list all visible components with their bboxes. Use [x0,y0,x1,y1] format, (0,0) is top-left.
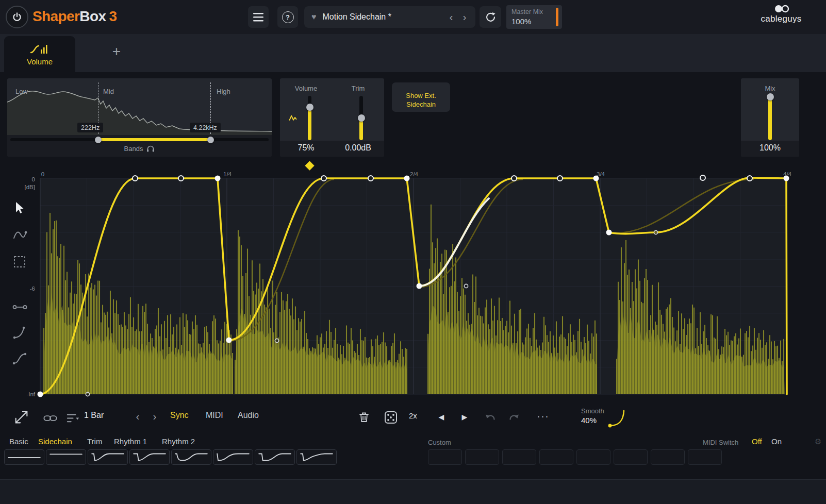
pattern-menu-button[interactable] [65,410,80,426]
more-options-button[interactable]: ··· [535,408,551,424]
flat-low-icon [5,450,44,464]
headphones-icon[interactable] [146,145,155,153]
preset-category-sidechain[interactable]: Sidechain [38,437,72,446]
preset-next-button[interactable]: › [458,9,471,25]
wave-preset-duck-f-button[interactable] [296,449,337,465]
band-label-mid: Mid [103,88,114,95]
favorite-heart-icon[interactable]: ♥ [311,12,317,22]
lfo-position-diamond[interactable] [305,161,314,170]
menu-button[interactable] [248,6,269,28]
wave-preset-duck-a-button[interactable] [88,449,128,465]
loop-length-value[interactable]: 1 Bar [84,411,104,420]
preset-name: Motion Sidechain * [323,12,445,22]
preset-selector[interactable]: ♥ Motion Sidechain * ‹ › [304,6,475,28]
power-button[interactable] [6,6,28,28]
preset-category-basic[interactable]: Basic [9,437,28,446]
curve-point[interactable] [368,176,373,181]
custom-slot-8[interactable] [688,449,722,465]
curve-point[interactable] [511,176,517,181]
midi-switch-on[interactable]: On [771,437,782,446]
wave-preset-duck-d-button[interactable] [213,449,253,465]
curve-point[interactable] [86,392,89,396]
curve-point[interactable] [133,176,138,181]
nudge-right-button[interactable]: ▶ [459,411,470,423]
add-shaper-button[interactable]: + [106,41,127,62]
length-next-button[interactable]: › [149,409,160,424]
length-prev-button[interactable]: ‹ [132,409,143,424]
crossover-freq-mid-high: 4.22kHz [190,123,221,132]
tool-draw-button[interactable] [9,225,30,245]
band-handle-low-mid[interactable] [95,137,102,143]
curve-point[interactable] [38,392,43,397]
master-mix-control[interactable]: Master Mix 100% [506,5,562,29]
curve-point[interactable] [464,284,468,288]
pattern-steps-icon [65,411,80,426]
custom-slot-3[interactable] [502,449,536,465]
lfo-curve-plot[interactable] [0,170,826,408]
custom-slot-4[interactable] [539,449,573,465]
smooth-value[interactable]: 40% [581,416,597,425]
midi-switch-off[interactable]: Off [752,437,762,446]
curve-point[interactable] [557,176,563,181]
wave-preset-flat-high-button[interactable] [46,449,86,465]
help-button[interactable]: ? [277,6,298,28]
lfo-mod-icon [289,114,297,121]
mix-slider-track[interactable] [768,96,772,140]
curve-point[interactable] [226,338,232,343]
wave-preset-duck-b-button[interactable] [129,449,170,465]
custom-slot-5[interactable] [576,449,610,465]
wave-preset-duck-e-button[interactable] [255,449,295,465]
curve-point[interactable] [275,339,278,342]
reload-preset-button[interactable] [480,6,501,28]
preset-prev-button[interactable]: ‹ [444,9,458,25]
wave-preset-flat-low-button[interactable] [4,449,44,465]
custom-slot-7[interactable] [651,449,685,465]
volume-slider-track[interactable] [308,96,311,140]
bands-control[interactable]: Bands [7,145,272,153]
show-ext-sidechain-button[interactable]: Show Ext. Sidechain [392,82,450,112]
tab-volume[interactable]: Volume [4,36,75,72]
tool-cursor-button[interactable] [9,198,30,219]
nudge-left-button[interactable]: ◀ [436,411,447,423]
band-slider-track[interactable] [10,138,269,141]
expand-editor-button[interactable] [12,408,31,427]
curve-point[interactable] [417,283,422,289]
volume-slider-handle[interactable] [306,104,313,111]
cableguys-logo: cableguys [751,4,812,24]
curve-point[interactable] [747,176,752,181]
randomize-button[interactable] [383,409,399,426]
preset-category-trim[interactable]: Trim [87,437,102,446]
undo-button[interactable] [483,410,498,425]
band-handle-mid-high[interactable] [207,137,214,143]
delete-wave-button[interactable] [356,409,372,426]
preset-category-rhythm2[interactable]: Rhythm 2 [162,437,195,446]
settings-gear-icon[interactable]: ⚙ [815,437,821,446]
trigger-sync-tab[interactable]: Sync [170,411,189,420]
curve-point[interactable] [654,230,657,234]
volume-tab-label: Volume [27,57,53,66]
wave-preset-duck-c-button[interactable] [171,449,211,465]
trim-slider-handle[interactable] [358,114,365,122]
cableguys-logo-text: cableguys [751,14,812,24]
trigger-midi-tab[interactable]: MIDI [206,411,223,420]
mix-slider-handle[interactable] [767,93,774,100]
curve-point[interactable] [178,176,184,181]
tool-curve-button[interactable] [9,323,30,343]
trigger-audio-tab[interactable]: Audio [238,411,259,420]
custom-slot-2[interactable] [465,449,499,465]
curve-point[interactable] [606,230,612,236]
curve-point[interactable] [321,176,326,181]
tool-scurve-button[interactable] [9,348,30,369]
custom-slot-1[interactable] [428,449,462,465]
speed-2x-button[interactable]: 2x [409,411,417,420]
curve-point[interactable] [700,175,705,180]
link-lanes-button[interactable] [42,410,58,426]
master-mix-slider[interactable] [556,8,558,26]
tool-select-button[interactable] [9,251,30,272]
preset-category-rhythm1[interactable]: Rhythm 1 [114,437,147,446]
tool-line-button[interactable] [9,297,30,317]
custom-slot-6[interactable] [614,449,648,465]
redo-button[interactable] [506,410,522,425]
duck-d-icon [213,450,253,464]
smooth-curve-icon[interactable] [606,407,629,430]
